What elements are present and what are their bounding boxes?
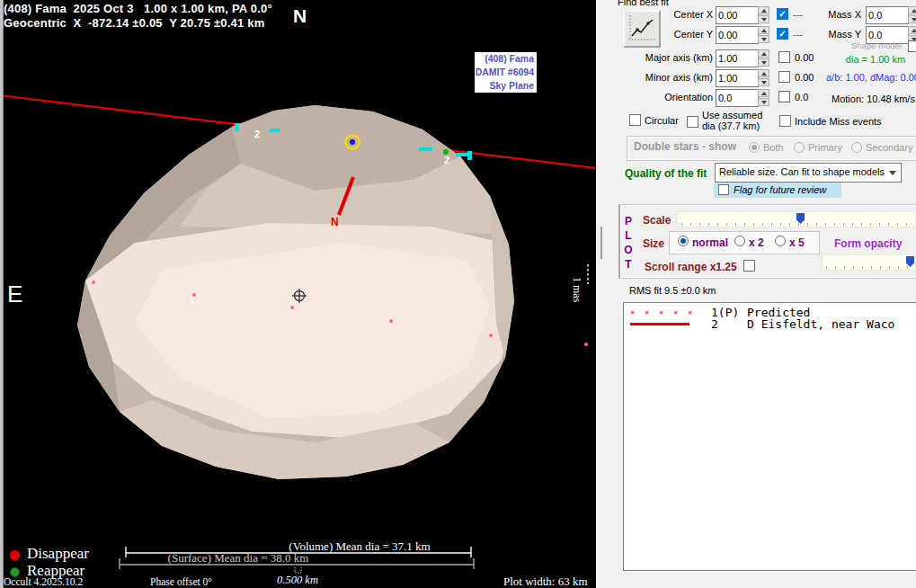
spinner-down-icon[interactable]: [758, 35, 769, 43]
center-x-input[interactable]: [716, 6, 759, 24]
center-y-input[interactable]: [716, 26, 759, 44]
major-axis-checkbox[interactable]: [778, 51, 790, 63]
flag-review-label: Flag for future review: [734, 184, 826, 195]
mass-x-input[interactable]: [866, 6, 909, 24]
list-item-id[interactable]: 2: [711, 317, 718, 331]
plot-width-label: Plot width: 63 km: [503, 575, 588, 588]
list-item-name[interactable]: D Eisfeldt, near Waco: [747, 317, 894, 331]
plot-title-line1: (408) Fama 2025 Oct 3 1.00 x 1.00 km, PA…: [4, 2, 272, 15]
size-label: Size: [643, 237, 664, 250]
major-axis-aux-value: 0.00: [795, 52, 814, 63]
ab-info-label: a/b: 1.00, dMag: 0.00: [826, 72, 916, 83]
include-miss-events-label: Include Miss events: [795, 116, 882, 127]
shape-model-checkbox[interactable]: [908, 40, 916, 52]
window-left-edge: [0, 0, 4, 588]
minor-axis-input[interactable]: [716, 69, 759, 87]
predicted-line-swatch: [631, 311, 692, 314]
chord-2-label-right: 2: [444, 155, 449, 165]
north-compass-label: N: [293, 5, 307, 27]
quality-of-fit-dropdown[interactable]: Reliable size. Can fit to shape models: [715, 163, 902, 183]
sky-plane-label-box: (408) Fama DAMIT #6094 Sky Plane: [475, 52, 537, 93]
use-assumed-dia-label-line2: dia (37.7 km): [702, 120, 760, 131]
include-miss-events-checkbox[interactable]: [779, 115, 791, 127]
spinner-up-icon[interactable]: [758, 49, 769, 58]
circular-checkbox[interactable]: [629, 114, 641, 126]
orientation-label: Orientation: [632, 92, 713, 102]
spinner-up-icon[interactable]: [758, 69, 769, 77]
sky-box-line3: Sky Plane: [475, 79, 534, 93]
spinner-up-icon[interactable]: [758, 26, 769, 34]
spinner-down-icon[interactable]: [758, 15, 769, 23]
quality-of-fit-value: Reliable size. Can fit to shape models: [719, 166, 885, 177]
sky-box-line2: DAMIT #6094: [475, 66, 534, 79]
km-scale-label: 0.500 km: [266, 574, 329, 587]
minor-axis-label: Minor axis (km): [632, 72, 713, 83]
spinner-down-icon[interactable]: [758, 98, 769, 106]
center-x-checkbox[interactable]: ✓: [777, 8, 788, 20]
shape-model-label: Shape model: [851, 40, 902, 50]
size-x5-radio[interactable]: [775, 236, 786, 246]
form-opacity-slider[interactable]: [822, 254, 916, 271]
sky-plane-plot[interactable]: (408) Fama 2025 Oct 3 1.00 x 1.00 km, PA…: [0, 0, 596, 588]
mass-x-spinner: [908, 6, 916, 24]
size-x2-radio[interactable]: [734, 236, 745, 246]
observed-line-swatch: [630, 323, 689, 325]
spinner-up-icon[interactable]: [758, 6, 769, 14]
quality-of-fit-label: Quality of the fit: [625, 167, 707, 180]
use-assumed-dia-checkbox[interactable]: [687, 116, 698, 128]
center-y-checkbox[interactable]: ✓: [777, 28, 788, 40]
slider-ticks: [826, 266, 912, 269]
spinner-down-icon[interactable]: [758, 58, 769, 67]
orientation-aux-value: 0.0: [795, 92, 808, 102]
check-icon: ✓: [778, 9, 786, 19]
minor-axis-checkbox[interactable]: [778, 71, 790, 83]
scroll-range-label: Scroll range x1.25: [645, 261, 737, 273]
circular-label: Circular: [645, 115, 679, 126]
find-best-fit-label: Find best fit: [618, 0, 669, 7]
phase-offset-label: Phase offset 0°: [150, 576, 212, 587]
plot-title-line2: Geocentric X -872.14 ±0.05 Y 20.75 ±0.41…: [4, 16, 264, 30]
minor-axis-spinner: [758, 69, 769, 87]
orientation-input[interactable]: [716, 89, 759, 107]
scroll-range-checkbox[interactable]: [743, 260, 755, 272]
dia-info-label: dia = 1.00 km: [839, 54, 912, 65]
orientation-spinner: [758, 89, 769, 107]
km-scale-bracket: [295, 567, 301, 573]
motion-info-label: Motion: 10.48 km/s: [832, 94, 915, 104]
center-x-label: Center X: [650, 9, 713, 20]
mas-scale-label: 1 mas: [570, 277, 583, 320]
major-axis-input[interactable]: [716, 49, 759, 67]
mass-x-label: Mass X: [810, 9, 861, 20]
spinner-up-icon[interactable]: [908, 26, 916, 34]
spinner-down-icon[interactable]: [908, 15, 916, 23]
flag-review-checkbox[interactable]: [718, 184, 729, 195]
rms-fit-label: RMS fit 9.5 ±0.0 km: [629, 285, 716, 296]
observation-list[interactable]: 1(P) Predicted 2 D Eisfeldt, near Waco: [623, 302, 916, 571]
spinner-down-icon[interactable]: [758, 78, 769, 86]
check-icon: ✓: [778, 29, 786, 39]
legend-disappear-label: Disappear: [27, 545, 89, 563]
disappear-dot-icon: [10, 550, 20, 560]
use-assumed-dia-label-line1: Use assumed: [702, 110, 762, 120]
slider-ticks: [681, 223, 912, 226]
chevron-down-icon: [889, 171, 896, 175]
form-opacity-label: Form opacity: [834, 237, 902, 250]
scale-label: Scale: [643, 214, 671, 227]
occult-shape-fit-window: (408) Fama 2025 Oct 3 1.00 x 1.00 km, PA…: [0, 0, 916, 588]
center-y-spinner: [758, 26, 769, 44]
scale-slider[interactable]: [677, 211, 916, 227]
major-axis-spinner: [758, 49, 769, 67]
spinner-up-icon[interactable]: [908, 6, 916, 14]
chord-2-label-left: 2: [254, 129, 260, 139]
predicted-chord-label: 1: [190, 296, 195, 306]
orientation-checkbox[interactable]: [778, 91, 790, 102]
sky-box-line1: (408) Fama: [475, 52, 534, 66]
double-stars-label: Double stars - show: [634, 140, 736, 153]
mass-y-label: Mass Y: [810, 29, 861, 40]
center-y-dash: ---: [793, 29, 803, 40]
north-arrow-label: N: [331, 216, 339, 228]
splitter-grip[interactable]: [600, 227, 602, 259]
center-x-spinner: [758, 6, 769, 24]
spinner-up-icon[interactable]: [758, 89, 769, 97]
size-normal-radio[interactable]: [678, 236, 689, 246]
